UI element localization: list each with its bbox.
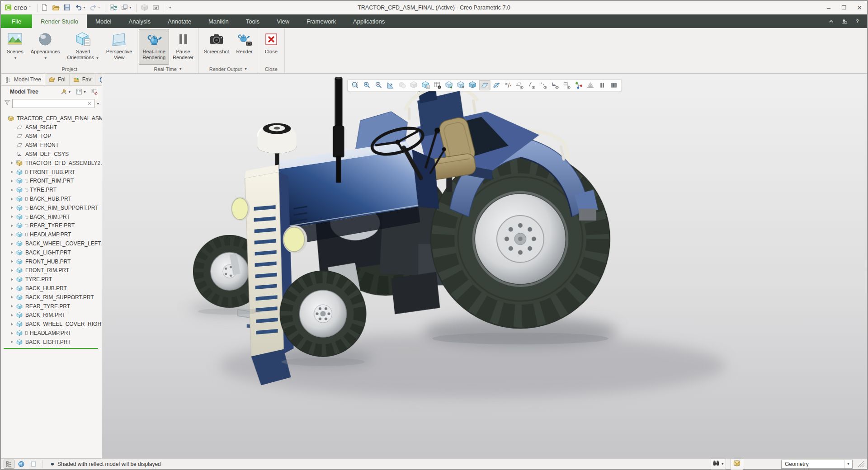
expand-arrow-icon[interactable] bbox=[10, 250, 16, 254]
display-style-button[interactable] bbox=[409, 80, 420, 90]
tree-item[interactable]: BACK_LIGHT.PRT bbox=[1, 248, 102, 257]
tree-item[interactable]: BACK_WHEEL_COVER_RIGHT.PRT bbox=[1, 320, 102, 329]
selection-filter-dropdown[interactable]: Geometry ▼ bbox=[781, 460, 853, 469]
save-button[interactable] bbox=[62, 3, 72, 12]
close-window-button[interactable] bbox=[151, 3, 161, 12]
expand-arrow-icon[interactable] bbox=[10, 322, 16, 326]
navigator-toggle-button[interactable] bbox=[4, 460, 14, 469]
tab-model[interactable]: Model bbox=[87, 14, 120, 28]
clear-search-icon[interactable]: ✕ bbox=[86, 101, 92, 107]
expand-arrow-icon[interactable] bbox=[10, 224, 16, 228]
zoom-in-button[interactable] bbox=[362, 80, 373, 90]
tree-display-button[interactable]: ▼ bbox=[75, 88, 87, 96]
appearances-button[interactable]: Appearances▼ bbox=[27, 29, 64, 65]
maximize-button[interactable]: ❐ bbox=[836, 2, 852, 14]
undo-button[interactable]: ▼ bbox=[73, 3, 87, 12]
model-display-button[interactable] bbox=[139, 3, 150, 12]
tree-item[interactable]: HEADLAMP.PRT bbox=[1, 230, 102, 239]
sketch-display-button[interactable] bbox=[585, 80, 596, 90]
insert-locator-line[interactable] bbox=[4, 348, 98, 349]
saved-orientations-button[interactable]: SavedOrientations ▼ bbox=[64, 29, 103, 65]
close-button[interactable]: ✕ bbox=[852, 2, 867, 14]
expand-arrow-icon[interactable] bbox=[10, 188, 16, 192]
pause-renderer-button[interactable]: PauseRenderer bbox=[169, 29, 197, 65]
dragger-button[interactable] bbox=[573, 80, 585, 90]
tree-item[interactable]: BACK_HUB.PRT bbox=[1, 194, 102, 203]
filter-funnel-icon[interactable] bbox=[4, 99, 11, 108]
saved-orientations-sm-button[interactable] bbox=[420, 80, 432, 90]
navigator-tab-fav[interactable]: Fav bbox=[70, 74, 95, 85]
scenes-button[interactable]: Scenes▼ bbox=[3, 29, 27, 65]
tree-item[interactable]: REAR_TYRE.PRT bbox=[1, 221, 102, 230]
graphics-area[interactable] bbox=[102, 74, 867, 458]
tree-item[interactable]: BACK_RIM.PRT bbox=[1, 212, 102, 221]
windows-button[interactable]: ▼ bbox=[119, 3, 133, 12]
tree-item[interactable]: TYRE.PRT bbox=[1, 275, 102, 284]
model-pick-button[interactable] bbox=[731, 458, 743, 470]
refit-button[interactable] bbox=[385, 80, 396, 90]
close-button[interactable]: Close bbox=[259, 29, 283, 65]
resize-grip[interactable] bbox=[858, 461, 864, 467]
expand-arrow-icon[interactable] bbox=[10, 268, 16, 273]
tree-item[interactable]: REAR_TYRE.PRT bbox=[1, 302, 102, 311]
navigator-tab-fol[interactable]: Fol bbox=[45, 74, 70, 85]
tree-item[interactable]: TYRE.PRT bbox=[1, 185, 102, 194]
customize-button[interactable]: ▼ bbox=[167, 5, 173, 10]
web-browser-button[interactable] bbox=[16, 460, 27, 469]
real-time-rendering-button[interactable]: Real-TimeRendering bbox=[139, 29, 169, 65]
tree-item[interactable]: BACK_RIM.PRT bbox=[1, 311, 102, 320]
perspective-view-button[interactable]: PerspectiveView bbox=[103, 29, 136, 65]
tab-render-studio[interactable]: Render Studio bbox=[32, 14, 87, 28]
plane-vis-button[interactable] bbox=[514, 80, 526, 90]
expand-arrow-icon[interactable] bbox=[10, 206, 16, 210]
zoom-out-button[interactable] bbox=[373, 80, 385, 90]
point-vis-button[interactable] bbox=[538, 80, 549, 90]
tree-item[interactable]: FRONT_RIM.PRT bbox=[1, 266, 102, 275]
pause-sm-button[interactable] bbox=[597, 80, 608, 90]
ribbon-group-label[interactable]: Render Output ▼ bbox=[199, 65, 257, 73]
tree-item[interactable]: BACK_RIM_SUPPORT.PRT bbox=[1, 203, 102, 212]
tree-item[interactable]: HEADLAMP.PRT bbox=[1, 329, 102, 338]
tree-tools-button[interactable]: ▼ bbox=[59, 88, 72, 96]
annotation-vis-button[interactable] bbox=[561, 80, 573, 90]
expand-arrow-icon[interactable] bbox=[10, 242, 16, 246]
spin-center-button[interactable] bbox=[467, 80, 479, 90]
expand-arrow-icon[interactable] bbox=[10, 197, 16, 201]
filter-dropdown-icon[interactable]: ▼ bbox=[96, 102, 99, 105]
tree-item[interactable]: ASM_TOP bbox=[1, 132, 102, 141]
tree-search-input[interactable] bbox=[14, 100, 86, 107]
zoom-region-button[interactable] bbox=[350, 80, 361, 90]
tree-item[interactable]: FRONT_HUB.PRT bbox=[1, 168, 102, 177]
navigator-tab-model-tree[interactable]: Model Tree bbox=[1, 74, 45, 85]
view-manager-button[interactable] bbox=[432, 80, 443, 90]
shading-button[interactable] bbox=[397, 80, 408, 90]
tab-framework[interactable]: Framework bbox=[298, 14, 344, 28]
tree-search-field[interactable]: ✕ bbox=[12, 99, 94, 108]
collapse-ribbon-button[interactable] bbox=[828, 18, 835, 25]
regenerate-button[interactable] bbox=[108, 3, 118, 12]
expand-arrow-icon[interactable] bbox=[10, 340, 16, 344]
navigator-tab-his[interactable]: His bbox=[95, 74, 102, 85]
tree-item[interactable]: TRACTOR_CFD_ASSEMBLY2.ASM bbox=[1, 159, 102, 168]
tree-item[interactable]: BACK_WHEEL_COVER_LEFT.PRT bbox=[1, 239, 102, 248]
tab-file[interactable]: File bbox=[1, 14, 32, 28]
expand-arrow-icon[interactable] bbox=[10, 179, 16, 183]
expand-arrow-icon[interactable] bbox=[10, 170, 16, 174]
tab-analysis[interactable]: Analysis bbox=[120, 14, 159, 28]
tree-item[interactable]: TRACTOR_CFD_ASM_FINAL.ASM bbox=[1, 114, 102, 123]
annotation-display-button[interactable] bbox=[456, 80, 467, 90]
tree-item[interactable]: FRONT_HUB.PRT bbox=[1, 257, 102, 266]
redo-button[interactable]: ▼ bbox=[88, 3, 102, 12]
tree-item[interactable]: BACK_HUB.PRT bbox=[1, 284, 102, 293]
expand-arrow-icon[interactable] bbox=[10, 331, 16, 335]
tree-item[interactable]: ASM_DEF_CSYS bbox=[1, 150, 102, 159]
tree-item[interactable]: BACK_LIGHT.PRT bbox=[1, 338, 102, 347]
expand-arrow-icon[interactable] bbox=[10, 161, 16, 165]
expand-arrow-icon[interactable] bbox=[10, 313, 16, 317]
expand-arrow-icon[interactable] bbox=[10, 233, 16, 237]
expand-arrow-icon[interactable] bbox=[10, 277, 16, 282]
command-search-button[interactable] bbox=[841, 18, 848, 25]
expand-arrow-icon[interactable] bbox=[10, 295, 16, 299]
csys-vis-button[interactable] bbox=[550, 80, 561, 90]
new-file-button[interactable] bbox=[39, 3, 50, 12]
